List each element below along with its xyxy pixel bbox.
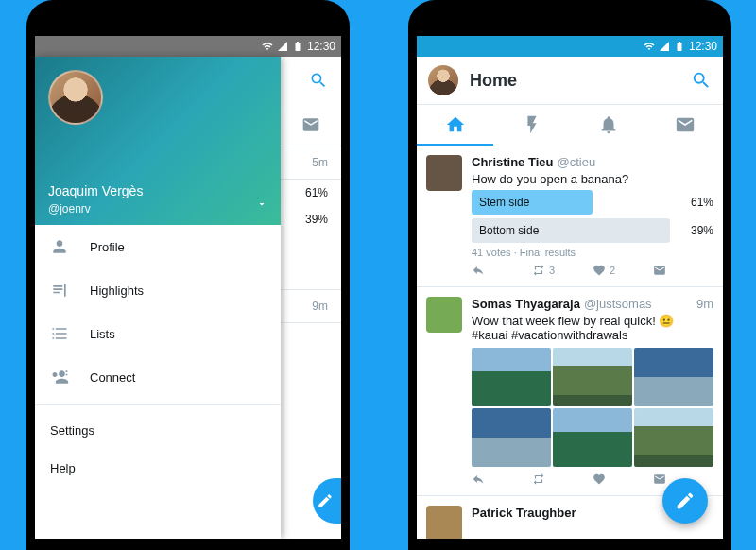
chevron-down-icon [256,198,267,210]
drawer-item-lists[interactable]: Lists [35,312,281,355]
nav-drawer: Joaquim Vergès @joenrv Profile Highlight… [35,57,281,539]
android-navbar [417,539,723,550]
retweet-button[interactable] [532,473,593,486]
reply-icon [472,473,485,486]
retweet-icon [532,264,545,277]
messages-icon [301,115,320,134]
avatar[interactable] [426,155,462,191]
tab-home[interactable] [417,105,493,146]
signal-icon [659,41,670,52]
media-thumb[interactable] [634,408,713,467]
share-button[interactable] [653,264,713,277]
drawer-item-connect[interactable]: Connect [35,355,281,399]
drawer-item-settings[interactable]: Settings [35,411,281,449]
page-title: Home [470,71,679,91]
heart-icon [593,264,606,277]
connect-icon [50,368,69,387]
poll-option[interactable]: Bottom side 39% [472,218,713,243]
drawer-item-highlights[interactable]: Highlights [35,268,281,312]
tweet-name: Patrick Traughber [472,506,576,520]
bolt-icon [522,114,542,135]
share-icon [653,473,666,486]
lists-icon [50,324,69,343]
search-icon[interactable] [309,71,328,90]
tweet-handle: @justsomas [584,297,652,311]
tweet[interactable]: Somas Thyagaraja @justsomas 9m Wow that … [417,287,723,496]
heart-icon [593,473,606,486]
tweet-name: Somas Thyagaraja [472,297,580,311]
retweet-button[interactable]: 3 [532,264,593,277]
tweet-actions: 3 2 [472,264,713,277]
drawer-item-profile[interactable]: Profile [35,225,281,268]
android-navbar [35,539,341,550]
drawer-handle: @joenrv [48,202,91,215]
tweet-text: Wow that week flew by real quick! 😐 #kau… [472,314,713,342]
reply-button[interactable] [472,264,532,277]
tab-notifications[interactable] [570,105,646,146]
signal-icon [277,41,288,52]
drawer-header[interactable]: Joaquim Vergès @joenrv [35,57,281,225]
drawer-item-label: Highlights [90,284,144,298]
highlights-icon [50,281,69,300]
messages-icon [675,114,696,135]
tab-moments[interactable] [493,105,570,146]
phone-frame-left: 12:30 5m 61% 39% 9m Joaquim Vergès @joen… [26,0,350,550]
wifi-icon [262,41,273,52]
tweet-text: How do you open a banana? [472,172,713,186]
account-dropdown[interactable] [256,197,267,214]
avatar[interactable] [48,70,103,125]
like-button[interactable] [593,473,653,486]
home-tab-icon [445,114,466,135]
drawer-item-label: Profile [90,240,125,254]
tweet[interactable]: Christine Tieu @ctieu How do you open a … [417,146,723,287]
tab-messages[interactable] [646,105,723,146]
avatar[interactable] [426,297,462,333]
like-button[interactable]: 2 [593,264,653,277]
toolbar: Home [417,57,723,105]
wifi-icon [644,41,655,52]
media-thumb[interactable] [553,348,632,406]
battery-icon [292,41,303,52]
media-thumb[interactable] [553,408,632,467]
share-icon [653,264,666,277]
tweet-name: Christine Tieu [472,155,553,169]
drawer-item-label: Lists [90,327,115,341]
divider [35,404,281,405]
phone-frame-right: 12:30 Home Christine Tieu @ctieu H [408,0,731,550]
media-grid[interactable] [472,348,713,467]
feed: Christine Tieu @ctieu How do you open a … [417,146,723,539]
status-bar: 12:30 [417,36,723,57]
retweet-icon [532,473,545,486]
reply-icon [472,264,485,277]
tab-bar [417,105,723,147]
battery-icon [674,41,685,52]
drawer-item-help[interactable]: Help [35,449,281,487]
drawer-name: Joaquim Vergès [48,183,143,198]
tweet-handle: @ctieu [557,155,595,169]
poll-meta: 41 votes · Final results [472,247,713,258]
avatar[interactable] [426,506,462,539]
poll-option[interactable]: Stem side 61% [472,190,713,215]
screen-left: 12:30 5m 61% 39% 9m Joaquim Vergès @joen… [35,36,341,539]
compose-fab[interactable] [662,478,708,524]
media-thumb[interactable] [634,348,713,406]
person-icon [50,237,69,256]
search-icon[interactable] [691,70,712,91]
status-time: 12:30 [307,40,335,53]
screen-right: 12:30 Home Christine Tieu @ctieu H [417,36,723,539]
media-thumb[interactable] [472,408,551,467]
compose-fab-peek[interactable] [313,478,341,524]
bell-icon [598,114,619,135]
status-time: 12:30 [689,40,717,53]
reply-button[interactable] [472,473,532,486]
avatar-button[interactable] [428,65,458,95]
media-thumb[interactable] [472,348,551,406]
status-bar: 12:30 [35,36,341,57]
drawer-item-label: Connect [90,370,135,385]
tweet-time: 9m [696,297,713,311]
compose-icon [675,490,696,511]
